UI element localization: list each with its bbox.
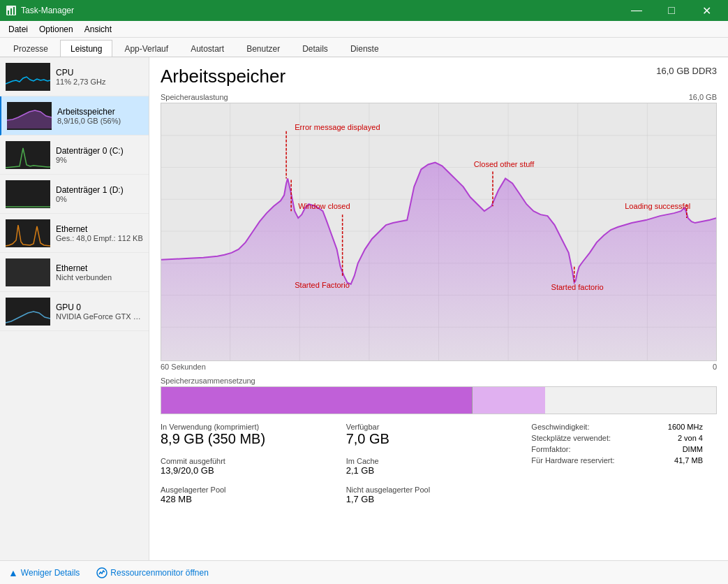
sidebar-item-ethernet2[interactable]: Ethernet Nicht verbunden (0, 253, 149, 292)
main-chart: Error message displayed Window closed St… (161, 103, 717, 361)
ethernet1-thumb (6, 219, 50, 247)
commit-label: Commit ausgeführt (161, 457, 332, 465)
stats-grid: In Verwendung (komprimiert) 8,9 GB (350 … (161, 423, 717, 514)
sidebar-item-disk0[interactable]: Datenträger 0 (C:) 9% (0, 136, 149, 175)
tab-leistung[interactable]: Leistung (60, 40, 112, 57)
sidebar-item-gpu[interactable]: GPU 0 NVIDIA GeForce GTX 10... 28% (0, 292, 149, 331)
svg-text:Loading successful: Loading successful (625, 202, 690, 210)
less-details-label: Weniger Details (21, 568, 80, 578)
svg-text:Started factorio: Started factorio (551, 283, 604, 291)
svg-rect-3 (13, 7, 15, 15)
comp-in-use (161, 387, 472, 414)
comp-free (545, 387, 716, 414)
tab-dienste[interactable]: Dienste (340, 40, 389, 57)
svg-rect-5 (6, 258, 50, 286)
chart-time-right: 0 (713, 363, 717, 371)
tab-autostart[interactable]: Autostart (180, 40, 235, 57)
speed-label: Geschwindigkeit: (531, 423, 589, 431)
title-controls: ― □ ✕ (621, 0, 722, 21)
resource-monitor-icon (96, 567, 107, 578)
ethernet2-name: Ethernet (56, 263, 143, 273)
paged-label: Ausgelagerter Pool (161, 486, 332, 494)
tab-details[interactable]: Details (292, 40, 339, 57)
menu-ansicht[interactable]: Ansicht (79, 23, 117, 36)
memory-name: Arbeitsspeicher (57, 107, 143, 117)
disk0-info: Datenträger 0 (C:) 9% (56, 146, 143, 164)
tab-bar: Prozesse Leistung App-Verlauf Autostart … (0, 38, 728, 57)
svg-text:Error message displayed: Error message displayed (295, 123, 380, 131)
close-button[interactable]: ✕ (690, 0, 722, 21)
stat-paged: Ausgelagerter Pool 428 MB (161, 486, 332, 504)
gpu-value: NVIDIA GeForce GTX 10... 28% (56, 312, 143, 321)
cpu-info: CPU 11% 2,73 GHz (56, 68, 143, 86)
cache-value: 2,1 GB (346, 465, 518, 476)
memory-info: Arbeitsspeicher 8,9/16,0 GB (56%) (57, 107, 143, 125)
nonpaged-label: Nicht ausgelagerter Pool (346, 486, 518, 494)
stat-in-use: In Verwendung (komprimiert) 8,9 GB (350 … (161, 423, 332, 447)
disk1-value: 0% (56, 195, 143, 203)
memory-value: 8,9/16,0 GB (56%) (57, 117, 143, 125)
hw-label: Für Hardware reserviert: (531, 456, 614, 465)
disk0-value: 9% (56, 156, 143, 164)
task-manager-icon (6, 5, 17, 16)
chevron-up-icon: ▲ (8, 567, 18, 578)
stat-available: Verfügbar 7,0 GB (346, 423, 518, 447)
menu-bar: Datei Optionen Ansicht (0, 21, 728, 38)
chart-time-labels: 60 Sekunden 0 (161, 363, 717, 371)
ethernet1-name: Ethernet (56, 224, 143, 234)
bottom-bar: ▲ Weniger Details Ressourcenmonitor öffn… (0, 560, 728, 584)
hw-value: 41,7 MB (674, 456, 703, 465)
title-text: Task-Manager (21, 6, 74, 15)
available-label: Verfügbar (346, 423, 518, 431)
sidebar-item-memory[interactable]: Arbeitsspeicher 8,9/16,0 GB (56%) (0, 96, 149, 136)
chart-time-left: 60 Sekunden (161, 363, 206, 371)
minimize-button[interactable]: ― (621, 0, 653, 21)
composition-label: Speicherzusammensetzung (161, 377, 717, 385)
composition-bar (161, 386, 717, 414)
gpu-thumb (6, 298, 50, 326)
form-value: DIMM (683, 445, 703, 453)
stats-col-left: In Verwendung (komprimiert) 8,9 GB (350 … (161, 423, 346, 514)
svg-text:Closed other stuff: Closed other stuff (474, 161, 535, 169)
menu-datei[interactable]: Datei (3, 23, 34, 36)
cpu-value: 11% 2,73 GHz (56, 78, 143, 86)
stats-col-right: Geschwindigkeit: 1600 MHz Steckplätze ve… (531, 423, 717, 514)
tab-app-verlauf[interactable]: App-Verlauf (114, 40, 179, 57)
title-left: Task-Manager (6, 5, 74, 16)
stat-cache: Im Cache 2,1 GB (346, 457, 518, 476)
page-title: Arbeitsspeicher (161, 66, 285, 87)
paged-value: 428 MB (161, 494, 332, 504)
disk1-info: Datenträger 1 (D:) 0% (56, 185, 143, 203)
stat-speed: Geschwindigkeit: 1600 MHz (531, 423, 703, 431)
tab-benutzer[interactable]: Benutzer (236, 40, 290, 57)
disk1-thumb (6, 180, 50, 208)
speed-value: 1600 MHz (668, 423, 703, 431)
tab-prozesse[interactable]: Prozesse (3, 40, 59, 57)
svg-marker-20 (161, 163, 716, 360)
slots-value: 2 von 4 (678, 434, 703, 442)
cpu-name: CPU (56, 68, 143, 78)
nonpaged-value: 1,7 GB (346, 494, 518, 504)
in-use-value: 8,9 GB (350 MB) (161, 431, 332, 447)
ethernet1-value: Ges.: 48,0 Empf.: 112 KB (56, 234, 143, 242)
in-use-label: In Verwendung (komprimiert) (161, 423, 332, 431)
slots-label: Steckplätze verwendet: (531, 434, 611, 442)
stats-col-mid: Verfügbar 7,0 GB Im Cache 2,1 GB Nicht a… (346, 423, 532, 514)
maximize-button[interactable]: □ (655, 0, 688, 21)
resource-monitor-button[interactable]: Ressourcenmonitor öffnen (94, 566, 211, 580)
ethernet2-value: Nicht verbunden (56, 273, 143, 282)
menu-optionen[interactable]: Optionen (34, 23, 79, 36)
less-details-button[interactable]: ▲ Weniger Details (6, 566, 82, 580)
content-header: Arbeitsspeicher 16,0 GB DDR3 (161, 66, 717, 87)
sidebar-item-cpu[interactable]: CPU 11% 2,73 GHz (0, 57, 149, 96)
ethernet2-info: Ethernet Nicht verbunden (56, 263, 143, 282)
available-value: 7,0 GB (346, 431, 518, 447)
sidebar-item-ethernet1[interactable]: Ethernet Ges.: 48,0 Empf.: 112 KB (0, 214, 149, 253)
sidebar-item-disk1[interactable]: Datenträger 1 (D:) 0% (0, 175, 149, 214)
content-subtitle: 16,0 GB DDR3 (656, 66, 717, 76)
cache-label: Im Cache (346, 457, 518, 465)
svg-rect-2 (10, 8, 12, 15)
ethernet1-info: Ethernet Ges.: 48,0 Empf.: 112 KB (56, 224, 143, 242)
chart-y-label: Speicherauslastung 16,0 GB (161, 93, 717, 101)
commit-value: 13,9/20,0 GB (161, 465, 332, 476)
